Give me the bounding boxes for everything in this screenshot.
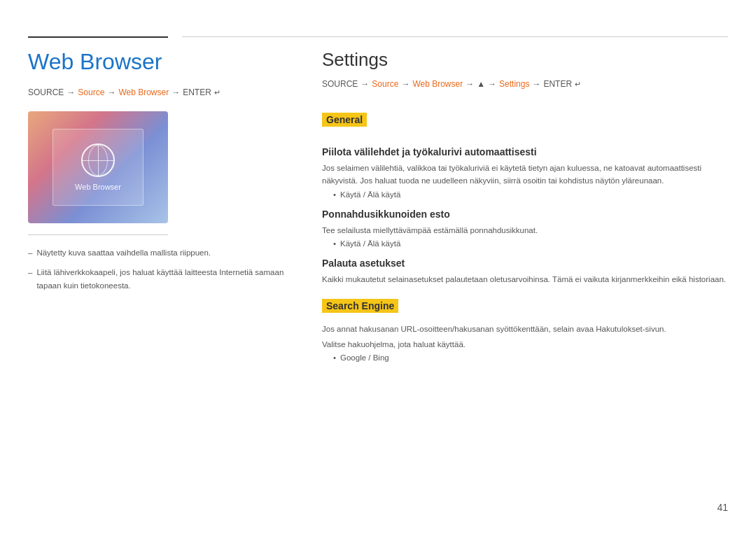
r-breadcrumb-arrow3: → — [465, 79, 474, 89]
right-breadcrumb: SOURCE → Source → Web Browser → ▲ → Sett… — [322, 79, 728, 89]
subsection-body-piilota: Jos selaimen välilehtiä, valikkoa tai ty… — [322, 162, 728, 188]
subsection-search: Jos annat hakusanan URL-osoitteen/hakusa… — [322, 323, 728, 363]
page-number: 41 — [717, 502, 728, 513]
breadcrumb-arrow2: → — [107, 87, 115, 97]
breadcrumb-enter-label: ENTER — [183, 87, 211, 97]
r-breadcrumb-source-link: Source — [372, 79, 398, 89]
note-item-1: – Näytetty kuva saattaa vaihdella mallis… — [28, 246, 294, 259]
dash-2: – — [28, 266, 32, 279]
breadcrumb-arrow1: → — [66, 87, 75, 97]
subsection-body-palauta: Kaikki mukautetut selainasetukset palaut… — [322, 273, 728, 286]
note-text-1: Näytetty kuva saattaa vaihdella mallista… — [36, 246, 211, 259]
r-breadcrumb-source-label: SOURCE — [322, 79, 358, 89]
browser-image-label: Web Browser — [75, 183, 121, 191]
page-title: Web Browser — [28, 49, 294, 75]
left-panel: Web Browser SOURCE → Source → Web Browse… — [28, 0, 294, 534]
image-divider — [28, 234, 168, 235]
bullet-ponnahdus-1: Käytä / Älä käytä — [333, 239, 728, 248]
browser-bg: Web Browser — [28, 111, 168, 223]
subsection-piilota: Piilota välilehdet ja työkalurivi automa… — [322, 146, 728, 199]
subsection-body-ponnahdus: Tee selailusta miellyttävämpää estämällä… — [322, 224, 728, 237]
bullet-search-1: Google / Bing — [333, 353, 728, 362]
note-item-2: – Liitä lähiverkkokaapeli, jos haluat kä… — [28, 266, 294, 292]
r-breadcrumb-enter-icon: ↵ — [575, 80, 581, 89]
r-breadcrumb-enter-label: ENTER — [543, 79, 572, 89]
note-text-2: Liitä lähiverkkokaapeli, jos haluat käyt… — [36, 266, 294, 292]
r-breadcrumb-arrow1: → — [360, 79, 369, 89]
globe-inner-ring — [88, 145, 108, 176]
breadcrumb-enter-icon: ↵ — [214, 88, 220, 97]
general-highlight: General — [322, 113, 367, 127]
subsection-ponnahdus: Ponnahdusikkunoiden esto Tee selailusta … — [322, 209, 728, 248]
notes-list: – Näytetty kuva saattaa vaihdella mallis… — [28, 246, 294, 292]
search-body1: Jos annat hakusanan URL-osoitteen/hakusa… — [322, 323, 728, 335]
r-breadcrumb-arrow5: → — [532, 79, 540, 89]
subsection-title-piilota: Piilota välilehdet ja työkalurivi automa… — [322, 146, 728, 157]
settings-title: Settings — [322, 49, 728, 71]
search-body2: Valitse hakuohjelma, jota haluat käyttää… — [322, 338, 728, 351]
dash-1: – — [28, 246, 32, 259]
breadcrumb-source-link: Source — [78, 87, 104, 97]
subsection-title-palauta: Palauta asetukset — [322, 258, 728, 269]
r-breadcrumb-arrow4: → — [488, 79, 496, 89]
right-panel: Settings SOURCE → Source → Web Browser →… — [322, 0, 728, 534]
breadcrumb-arrow3: → — [172, 87, 180, 97]
r-breadcrumb-up-icon: ▲ — [477, 79, 485, 89]
left-breadcrumb: SOURCE → Source → Web Browser → ENTER ↵ — [28, 87, 294, 97]
subsection-title-ponnahdus: Ponnahdusikkunoiden esto — [322, 209, 728, 220]
breadcrumb-browser-link: Web Browser — [118, 87, 169, 97]
r-breadcrumb-browser-link: Web Browser — [412, 79, 463, 89]
r-breadcrumb-settings-link: Settings — [499, 79, 529, 89]
r-breadcrumb-arrow2: → — [401, 79, 410, 89]
breadcrumb-source-label: SOURCE — [28, 87, 64, 97]
browser-thumbnail: Web Browser — [28, 111, 168, 223]
search-engine-highlight: Search Engine — [322, 299, 398, 313]
bullet-piilota-1: Käytä / Älä käytä — [333, 190, 728, 199]
subsection-palauta: Palauta asetukset Kaikki mukautetut sela… — [322, 258, 728, 286]
globe-icon — [81, 143, 115, 177]
browser-inner-box: Web Browser — [52, 129, 144, 206]
